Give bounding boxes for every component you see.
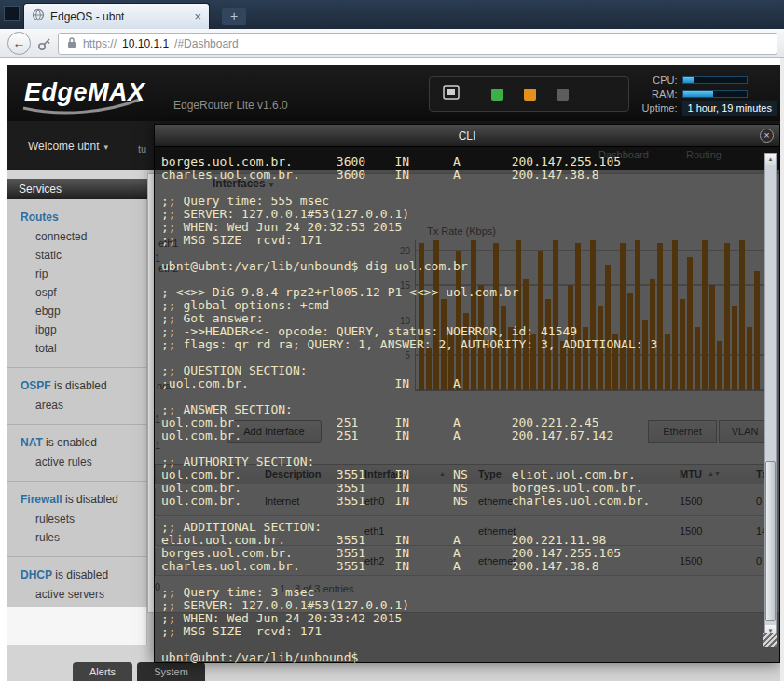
port-status-box	[429, 76, 629, 112]
sidebar-group-head: Routes	[7, 207, 146, 227]
sidebar-link-ospf[interactable]: OSPF	[21, 379, 51, 392]
cpu-bar	[682, 76, 748, 84]
globe-favicon-icon	[32, 8, 45, 25]
cli-scrollbar[interactable]: ▲ ▼	[764, 153, 777, 637]
sidebar-body: Routes connected static rip ospf ebgp ib…	[7, 199, 147, 632]
sidebar-item-rulesets[interactable]: rulesets	[7, 510, 146, 528]
welcome-menu[interactable]: Welcome ubnt▾	[28, 140, 108, 153]
url-path: /#Dashboard	[174, 37, 239, 50]
ports-icon	[443, 85, 460, 103]
sidebar-group-head: Firewall is disabled	[7, 489, 146, 510]
url-protocol: https://	[83, 37, 117, 50]
sidebar-item-rip[interactable]: rip	[7, 265, 146, 283]
address-bar[interactable]: https://10.10.1.1/#Dashboard	[58, 33, 777, 55]
bottom-tabs: Alerts System	[73, 662, 205, 681]
app-header: EdgeMAX EdgeRouter Lite v1.6.0 CPU: RAM:…	[7, 65, 784, 121]
sidebar-item-ibgp[interactable]: ibgp	[7, 320, 146, 339]
cli-close-button[interactable]: ×	[760, 129, 774, 143]
sidebar-item-areas[interactable]: areas	[7, 396, 146, 415]
window-icon[interactable]	[4, 6, 20, 21]
sidebar-item-rules[interactable]: rules	[7, 528, 146, 547]
scroll-up-icon[interactable]: ▲	[765, 154, 776, 165]
port-eth0-status-led	[491, 89, 503, 101]
sidebar-link-routes[interactable]: Routes	[21, 211, 59, 224]
sidebar-item-static[interactable]: static	[7, 246, 146, 265]
browser-navbar: ← https://10.10.1.1/#Dashboard	[0, 29, 784, 58]
sidebar-suffix: is disabled	[52, 568, 108, 581]
tab-close-icon[interactable]: ×	[194, 10, 201, 22]
sidebar-item-total[interactable]: total	[7, 339, 146, 358]
port-eth2-status-led	[557, 89, 569, 101]
sidebar-footer-panel	[7, 607, 147, 645]
chevron-down-icon: ▾	[103, 143, 108, 152]
cli-body: borges.uol.com.br. 3600 IN A 200.147.255…	[155, 147, 779, 662]
back-button[interactable]: ←	[7, 32, 31, 55]
browser-titlebar: EdgeOS - ubnt × +	[0, 0, 784, 29]
sidebar-group-head: NAT is enabled	[7, 432, 146, 453]
tab-title: EdgeOS - ubnt	[50, 10, 188, 23]
cli-titlebar[interactable]: CLI	[155, 125, 779, 147]
new-tab-button[interactable]: +	[222, 8, 246, 25]
ram-bar-fill	[683, 91, 712, 97]
toolbox-partial-label: tu	[138, 143, 146, 155]
sidebar-item-ebgp[interactable]: ebgp	[7, 302, 146, 320]
cli-modal: CLI × borges.uol.com.br. 3600 IN A 200.1…	[154, 124, 780, 663]
sidebar-group-head: OSPF is disabled	[7, 375, 146, 396]
sidebar-link-dhcp[interactable]: DHCP	[21, 568, 52, 581]
browser-tab[interactable]: EdgeOS - ubnt ×	[23, 3, 210, 29]
sidebar-item-connected[interactable]: connected	[7, 227, 146, 246]
ram-bar	[682, 90, 748, 98]
tab-alerts[interactable]: Alerts	[73, 662, 132, 681]
cpu-bar-fill	[683, 77, 694, 83]
edgemax-logo: EdgeMAX	[21, 73, 179, 116]
logo-text: EdgeMAX	[24, 78, 145, 107]
port-eth1-status-led	[524, 89, 536, 101]
tab-system[interactable]: System	[137, 662, 205, 681]
product-version: EdgeRouter Lite v1.6.0	[173, 99, 288, 112]
sidebar-item-ospf[interactable]: ospf	[7, 283, 146, 302]
sidebar-link-nat[interactable]: NAT	[21, 436, 43, 449]
sidebar-suffix: is disabled	[62, 493, 118, 506]
sidebar-suffix: is enabled	[43, 436, 97, 449]
system-stats: CPU: RAM: Uptime:1 hour, 19 minutes	[632, 72, 777, 114]
sidebar-group-ospf: OSPF is disabled areas	[7, 368, 146, 425]
resize-grip-icon[interactable]	[763, 633, 777, 647]
sidebar-item-active-rules[interactable]: active rules	[7, 453, 146, 471]
screen: EdgeOS - ubnt × + ← https://10.10.1.1/#D…	[0, 0, 784, 681]
sidebar-link-firewall[interactable]: Firewall	[21, 493, 62, 506]
key-icon[interactable]	[37, 36, 52, 55]
sidebar-group-head: DHCP is disabled	[7, 565, 146, 585]
url-host: 10.10.1.1	[122, 37, 169, 50]
lock-icon	[66, 36, 77, 52]
sidebar-item-active-servers[interactable]: active servers	[7, 585, 146, 604]
sidebar-suffix: is disabled	[51, 379, 107, 392]
window-right-edge	[780, 58, 784, 681]
sidebar-group-nat: NAT is enabled active rules	[7, 425, 146, 482]
cli-terminal-output[interactable]: borges.uol.com.br. 3600 IN A 200.147.255…	[161, 156, 657, 664]
welcome-label: Welcome ubnt	[28, 140, 99, 153]
sidebar-group-routes: Routes connected static rip ospf ebgp ib…	[7, 199, 146, 368]
sidebar-group-firewall: Firewall is disabled rulesets rules	[7, 482, 146, 557]
uptime-value: 1 hour, 19 minutes	[682, 101, 777, 116]
sidebar-title: Services	[7, 179, 147, 199]
uptime-label: Uptime:	[632, 102, 677, 116]
scrollbar-thumb[interactable]	[765, 461, 776, 621]
